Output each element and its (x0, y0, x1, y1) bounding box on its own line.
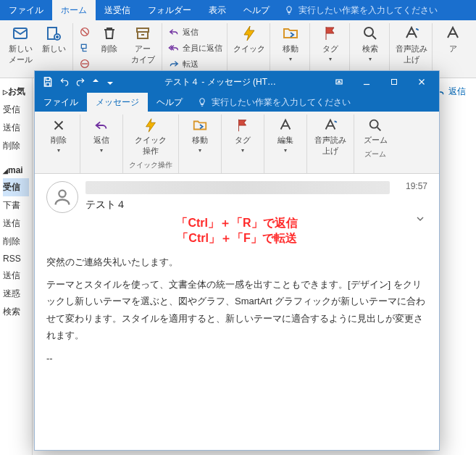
message-ribbon-tabs: ファイル メッセージ ヘルプ 実行したい作業を入力してください (35, 93, 439, 112)
lightbulb-icon (197, 97, 207, 107)
new-item-button[interactable]: 新しい (39, 25, 68, 54)
msg-edit-button[interactable]: 編集▾ (270, 116, 301, 155)
msg-subject: テスト４ (85, 194, 398, 213)
quick-steps-caption: クイック操作 (129, 158, 172, 172)
msg-delete-button[interactable]: 削除▾ (43, 116, 74, 155)
tab-home[interactable]: ホーム (52, 0, 96, 20)
close-button[interactable] (409, 73, 435, 91)
nav-sent-2[interactable]: 送信 (3, 214, 29, 233)
nav-account[interactable]: ◢mai (3, 162, 29, 178)
zoom-caption: ズーム (364, 147, 386, 161)
message-titlebar[interactable]: テスト４ - メッセージ (HT… (35, 71, 439, 93)
tab-view[interactable]: 表示 (200, 0, 235, 20)
new-item-icon (45, 25, 62, 42)
message-window: テスト４ - メッセージ (HT… ファイル メッセージ ヘルプ 実行したい作業… (34, 70, 440, 451)
tab-sendrecv[interactable]: 送受信 (96, 0, 139, 20)
ribbon-collapse-button[interactable] (326, 73, 352, 91)
addin-button[interactable]: ア (438, 25, 467, 54)
text-a-icon (403, 25, 420, 42)
nav-junk[interactable]: 迷惑 (3, 285, 29, 303)
nav-favorites[interactable]: ▷お気 (3, 83, 29, 101)
tab-folder[interactable]: フォルダー (139, 0, 200, 20)
message-content: 突然のご連絡失礼いたします。 テーマとスタイルを使って、文書全体の統一感を出すこ… (46, 254, 427, 367)
tag-button[interactable]: タグ▾ (316, 25, 345, 62)
reply-icon (93, 117, 109, 133)
undo-icon[interactable] (59, 77, 70, 87)
nav-outbox[interactable]: 送信 (3, 267, 29, 285)
save-icon[interactable] (42, 76, 54, 88)
maximize-button[interactable] (381, 73, 407, 91)
message-title-text: テスト４ - メッセージ (HT… (122, 76, 319, 88)
msg-quick-steps-button[interactable]: クイック 操作 (133, 116, 168, 158)
minimize-button[interactable] (354, 73, 380, 91)
forward-icon (168, 58, 180, 70)
person-icon (52, 187, 72, 207)
tab-file[interactable]: ファイル (0, 0, 52, 20)
message-ribbon: 削除▾ 返信▾ クイック 操作 (35, 112, 439, 174)
msg-zoom-button[interactable]: ズーム (360, 116, 391, 147)
addin-icon (444, 25, 462, 42)
quick-steps-button[interactable]: クイック (233, 25, 265, 54)
delete-button[interactable]: 削除 (95, 25, 124, 54)
forward-button[interactable]: 転送 (168, 57, 222, 71)
redo-icon[interactable] (75, 77, 85, 87)
ignore-icon (79, 26, 91, 38)
junk-button[interactable] (79, 57, 91, 71)
msg-tab-help[interactable]: ヘルプ (148, 93, 191, 112)
msg-read-aloud-button[interactable]: 音声読み 上げ (313, 116, 348, 158)
msg-sender-avatar (46, 181, 78, 213)
msg-tag-button[interactable]: タグ▾ (227, 116, 258, 155)
msg-tell-me[interactable]: 実行したい作業を入力してください (191, 93, 356, 112)
nav-drafts[interactable]: 下書 (3, 196, 29, 214)
flag-icon (322, 25, 339, 42)
lightning-icon (241, 25, 258, 42)
svg-point-13 (59, 191, 65, 197)
msg-move-button[interactable]: 移動▾ (185, 116, 215, 155)
archive-button[interactable]: アー カイブ (128, 25, 157, 65)
reply-button[interactable]: 返信 (168, 25, 222, 39)
expand-header-button[interactable] (414, 213, 426, 227)
delete-icon (101, 25, 118, 42)
nav-deleted[interactable]: 削除 (3, 137, 29, 155)
reply-link[interactable]: 返信 (448, 85, 466, 98)
ignore-button[interactable] (79, 25, 91, 39)
nav-inbox-2[interactable]: 受信 (3, 178, 29, 196)
msg-reply-button[interactable]: 返信▾ (86, 116, 117, 155)
chevron-down-icon (414, 213, 426, 225)
reply-all-button[interactable]: 全員に返信 (168, 41, 222, 55)
svg-point-12 (370, 120, 378, 128)
nav-rss[interactable]: RSS (3, 251, 29, 267)
nav-sent[interactable]: 送信 (3, 119, 29, 137)
cleanup-button[interactable] (79, 41, 91, 55)
flag-icon (235, 117, 251, 133)
move-icon (282, 25, 299, 42)
msg-tab-message[interactable]: メッセージ (87, 93, 148, 112)
tell-me-search[interactable]: 実行したい作業を入力してください (278, 0, 443, 20)
svg-point-8 (364, 28, 373, 36)
next-item-icon[interactable] (106, 78, 114, 86)
cleanup-icon (79, 42, 91, 54)
message-body: テスト４ 19:57 「Ctrl」＋「R」で返信 「Ctrl」＋「F」で転送 突… (35, 174, 439, 450)
nav-inbox[interactable]: 受信 (3, 101, 29, 119)
read-aloud-button[interactable]: 音声読み 上げ (396, 25, 427, 65)
tell-me-placeholder: 実行したい作業を入力してください (298, 4, 438, 17)
mail-icon (12, 25, 29, 42)
move-icon (192, 117, 208, 133)
msg-tab-file[interactable]: ファイル (35, 93, 87, 112)
new-mail-button[interactable]: 新しい メール (6, 25, 35, 65)
delete-icon (51, 117, 67, 133)
search-icon (362, 25, 379, 42)
nav-search[interactable]: 検索 (3, 303, 29, 321)
nav-deleted-2[interactable]: 削除 (3, 233, 29, 251)
prev-item-icon[interactable] (91, 78, 100, 86)
zoom-icon (367, 117, 383, 133)
tab-help[interactable]: ヘルプ (235, 0, 278, 20)
move-button[interactable]: 移動▾ (276, 25, 305, 62)
reply-all-icon (168, 42, 180, 54)
archive-icon (134, 25, 151, 42)
main-ribbon-tabs: ファイル ホーム 送受信 フォルダー 表示 ヘルプ 実行したい作業を入力してくだ… (0, 0, 476, 20)
annotation-overlay: 「Ctrl」＋「R」で返信 「Ctrl」＋「F」で転送 (46, 216, 427, 246)
folder-nav: ▷お気 受信 送信 削除 ◢mai 受信 下書 送信 削除 RSS 送信 迷惑 … (0, 78, 33, 455)
search-people-button[interactable]: 検索▾ (356, 25, 385, 62)
main-ribbon: 新しい メール 新しい 削除 アー カイブ 返信 全員に返信 転送 (0, 20, 476, 78)
